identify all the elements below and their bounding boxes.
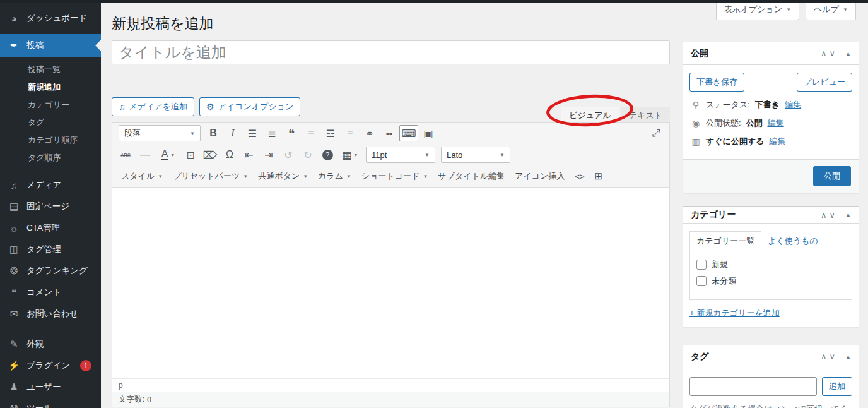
common-buttons-menu-button[interactable]: 共通ボタン ▼ [253,171,313,182]
edit-schedule-link[interactable]: 編集 [770,136,786,147]
chevron-down-icon: ▼ [500,152,505,158]
move-down-icon[interactable]: ∨ [830,210,838,220]
sidebar-item-appearance[interactable]: ✎ 外観 [0,333,101,355]
publish-button[interactable]: 公開 [813,166,851,186]
sidebar-separator [0,325,101,333]
path-element[interactable]: p [119,381,123,390]
sidebar-item-tools[interactable]: ⚒ ツール [0,398,101,408]
add-tag-button[interactable]: 追加 [822,377,852,396]
help-icon[interactable]: ? [318,147,337,163]
indent-icon[interactable]: ⇥ [259,147,278,163]
save-draft-button[interactable]: 下書き保存 [689,73,744,92]
table-icon[interactable]: ▦ ▼ [337,147,363,163]
sidebar-item-dashboard[interactable]: ◕ ダッシュボード [0,8,101,29]
collapse-toggle-icon[interactable]: ▲ [845,51,851,57]
bulleted-list-icon[interactable]: ☰ [243,125,262,141]
screen-options-button[interactable]: 表示オプション ▼ [716,0,799,20]
sidebar-item-label: コメント [26,287,61,298]
move-up-icon[interactable]: ∧ [821,49,830,58]
shortcode-menu-button[interactable]: ショートコード ▼ [356,171,433,182]
icon-insert-button[interactable]: アイコン挿入 [510,171,570,182]
category-checkbox[interactable] [696,276,707,286]
help-label: ヘルプ [814,4,839,15]
read-more-icon[interactable]: ╍ [380,125,399,141]
edit-visibility-link[interactable]: 編集 [768,117,784,129]
move-down-icon[interactable]: ∨ [830,352,838,361]
preset-parts-menu-button[interactable]: プリセットパーツ ▼ [168,171,253,182]
code-button[interactable]: <> [570,172,589,181]
submenu-item-post-list[interactable]: 投稿一覧 [0,61,101,78]
outdent-icon[interactable]: ⇤ [240,147,259,163]
publish-panel-header[interactable]: 公開 ∧ ∨ ▲ [683,42,859,65]
move-up-icon[interactable]: ∧ [821,352,830,361]
categories-panel-body: カテゴリー一覧 よく使うもの 新規 未分類 + 新規カテゴリーを追加 [683,224,859,327]
tag-add-row: 追加 [689,377,852,396]
link-icon[interactable]: ⚭ [360,125,379,141]
numbered-list-icon[interactable]: ≣ [262,125,281,141]
paragraph-format-value: 段落 [124,128,141,139]
tab-most-used[interactable]: よく使うもの [761,232,824,251]
tags-panel-header[interactable]: タグ ∧ ∨ ▲ [683,345,859,368]
post-title-input[interactable] [112,40,670,64]
submenu-item-category-order[interactable]: カテゴリ順序 [0,131,101,149]
edit-status-link[interactable]: 編集 [785,99,801,111]
insert-table-button[interactable]: ⊞ [590,171,608,182]
subtitle-edit-button[interactable]: サブタイトル編集 [433,171,510,182]
sidebar-item-plugins[interactable]: ⚡ プラグイン 1 [0,355,101,376]
collapse-toggle-icon[interactable]: ▲ [845,354,851,360]
sidebar-item-tag-manage[interactable]: ◫ タグ管理 [0,239,101,260]
paste-as-text-icon[interactable]: ⊡ [181,147,200,163]
envelope-icon: ✉ [8,308,20,320]
italic-icon[interactable]: I [223,125,242,141]
submenu-item-tags[interactable]: タグ [0,114,101,131]
fullscreen-icon[interactable]: ⤢ [647,125,666,141]
sidebar-item-tag-ranking[interactable]: ❂ タグランキング [0,260,101,282]
font-family-select[interactable]: Lato ▼ [441,147,510,163]
font-size-value: 11pt [372,150,387,160]
move-up-icon[interactable]: ∧ [821,210,830,220]
paragraph-format-select[interactable]: 段落 ▼ [119,125,201,141]
tab-all-categories[interactable]: カテゴリー一覧 [689,231,761,251]
sidebar-item-contact[interactable]: ✉ お問い合わせ [0,303,101,325]
move-down-icon[interactable]: ∨ [830,49,838,58]
publish-panel-footer: 公開 [683,159,859,193]
submenu-item-add-new[interactable]: 新規追加 [0,78,101,96]
horizontal-rule-icon[interactable]: — [136,147,155,163]
editor-content-area[interactable] [112,188,669,378]
sidebar-item-users[interactable]: ♟ ユーザー [0,376,101,398]
bold-icon[interactable]: B [204,125,223,141]
sidebar-item-pages[interactable]: ▤ 固定ページ [0,196,101,217]
category-checkbox[interactable] [696,260,707,270]
new-tag-input[interactable] [689,377,817,396]
blockquote-icon[interactable]: ❝ [282,125,301,141]
help-button[interactable]: ヘルプ ▼ [806,0,856,20]
submenu-item-categories[interactable]: カテゴリー [0,96,101,114]
submenu-item-tag-order[interactable]: タグ順序 [0,149,101,167]
chevron-down-icon: ▼ [170,153,175,157]
sidebar-item-media[interactable]: ♫ メディア [0,174,101,196]
columns-menu-button[interactable]: カラム ▼ [313,171,356,182]
categories-panel-header[interactable]: カテゴリー ∧ ∨ ▲ [683,207,859,224]
undo-icon[interactable]: ↺ [279,147,298,163]
sidebar-item-posts[interactable]: ✒ 投稿 [0,34,101,57]
special-char-icon[interactable]: Ω [220,147,239,163]
chevron-down-icon: ▼ [423,174,428,179]
align-center-icon[interactable]: ☲ [321,125,340,141]
styles-menu-button[interactable]: スタイル ▼ [116,171,168,182]
status-row: ⚲ ステータス: 下書き 編集 [691,99,851,111]
font-size-select[interactable]: 11pt ▼ [366,147,435,163]
redo-icon[interactable]: ↻ [298,147,317,163]
collapse-toggle-icon[interactable]: ▲ [845,212,851,218]
strikethrough-icon[interactable]: ᴀʙᴄ [116,147,135,163]
clear-format-icon[interactable]: ⌦ [201,147,220,163]
sidebar-item-cta[interactable]: ☼ CTA管理 [0,217,101,239]
align-left-icon[interactable]: ≡ [302,125,320,141]
distraction-free-icon[interactable]: ▣ [419,125,438,141]
preview-button[interactable]: プレビュー [797,73,852,92]
sidebar-item-comments[interactable]: ❝ コメント [0,282,101,303]
toolbar-toggle-icon[interactable]: ⌨ [399,125,418,141]
text-color-icon[interactable]: A ▼ [155,147,180,163]
align-right-icon[interactable]: ≡ [341,125,360,141]
add-new-category-link[interactable]: + 新規カテゴリーを追加 [689,308,780,318]
word-count-label: 文字数: [119,394,144,405]
